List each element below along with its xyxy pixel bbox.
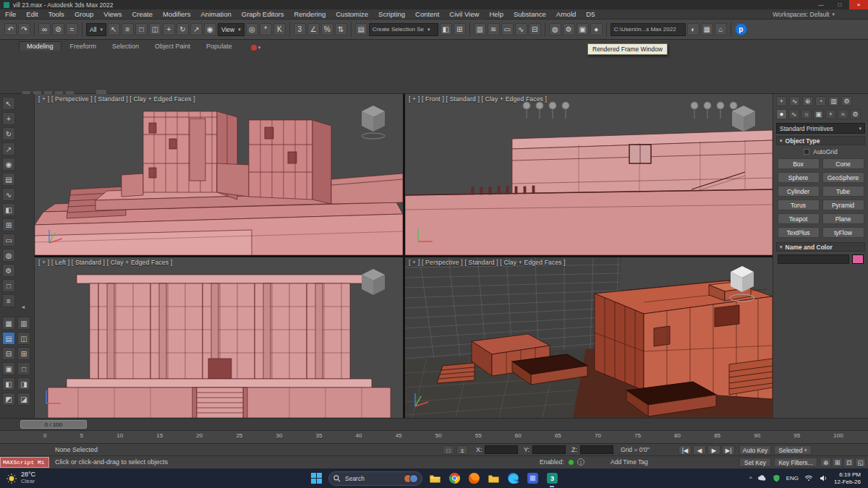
select-and-link-icon[interactable]: ∞ [38, 23, 51, 35]
shield-tray-icon[interactable] [772, 474, 781, 483]
close-button[interactable]: × [849, 0, 868, 9]
z-coordinate-field[interactable] [580, 445, 613, 454]
object-color-swatch[interactable] [852, 254, 864, 264]
angle-snap-icon[interactable]: ∠ [307, 23, 320, 35]
select-object-icon[interactable]: ↖ [108, 23, 120, 35]
goto-end-icon[interactable]: ▶| [722, 445, 735, 455]
minimize-button[interactable]: — [812, 0, 830, 9]
zoom-extents-icon[interactable]: ⊡ [843, 458, 854, 467]
bind-to-space-warp-icon[interactable]: ≈ [66, 23, 78, 35]
left-toolbar-icon[interactable]: ▤ [2, 173, 15, 186]
menu-tools[interactable]: Tools [43, 9, 69, 20]
create-tab-icon[interactable]: + [776, 96, 787, 106]
select-and-manipulate-icon[interactable]: * [260, 23, 272, 35]
tyflow-button[interactable]: tyFlow [822, 227, 864, 238]
track-bar[interactable]: 0 5 10 15 20 25 30 35 40 45 50 55 60 65 … [0, 430, 868, 443]
name-and-color-rollout[interactable]: ▾Name and Color [776, 242, 865, 252]
play-icon[interactable]: ▶ [707, 445, 720, 455]
ribbon-tab-populate[interactable]: Populate [199, 42, 239, 51]
viewport-left[interactable]: [ + ] [ Left ] [ Standard ] [ Clay + Edg… [35, 257, 403, 418]
3dsmax-taskbar-icon[interactable]: 3 [545, 471, 559, 486]
info-icon[interactable]: i [577, 458, 584, 466]
cloud-tray-icon[interactable] [757, 474, 767, 483]
left-toolbar-icon[interactable]: ∿ [2, 188, 15, 201]
motion-tab-icon[interactable]: ◔ [815, 96, 826, 106]
left-toolbar-icon[interactable]: ↻ [2, 127, 15, 140]
menu-arnold[interactable]: Arnold [551, 9, 581, 20]
edit-named-selection-sets-icon[interactable]: ▤ [355, 23, 367, 35]
start-button[interactable] [309, 471, 323, 486]
tray-chevron-icon[interactable]: ^ [749, 475, 752, 481]
left-toolbar-icon[interactable]: ◉ [2, 158, 15, 171]
selection-filter-dropdown[interactable]: All▾ [86, 23, 106, 36]
ribbon-tab-selection[interactable]: Selection [105, 42, 146, 51]
add-time-tag[interactable]: Add Time Tag [610, 458, 648, 466]
left-toolbar-icon[interactable]: ⚙ [2, 264, 15, 277]
file-explorer-icon[interactable] [427, 471, 442, 486]
zoom-all-icon[interactable]: ⊞ [832, 458, 843, 467]
hierarchy-tab-icon[interactable]: ⊕ [802, 96, 813, 106]
display-tab-icon[interactable]: ▥ [828, 96, 839, 106]
weather-widget[interactable]: 28°CClear [0, 471, 35, 485]
ribbon-tab-modeling[interactable]: Modeling [19, 41, 61, 51]
box-button[interactable]: Box [778, 158, 820, 169]
torus-button[interactable]: Torus [778, 200, 820, 210]
menu-modifiers[interactable]: Modifiers [158, 9, 196, 20]
firefox-icon[interactable] [467, 471, 481, 486]
select-and-rotate-icon[interactable]: ↻ [176, 23, 189, 35]
key-filters-button[interactable]: Key Filters... [774, 458, 817, 467]
rectangular-selection-region-icon[interactable]: □ [135, 23, 148, 35]
search-input[interactable]: Search [328, 471, 422, 486]
left-toolbar-icon[interactable]: ≡ [2, 294, 15, 307]
selection-set-dropdown[interactable]: Selected ▾ [774, 445, 812, 455]
render-iterative-icon[interactable]: ◐ [687, 23, 699, 35]
tube-button[interactable]: Tube [822, 186, 864, 197]
viewport-layout-tab[interactable]: ▦ [2, 317, 15, 330]
viewport-layout-tab[interactable]: ◪ [17, 393, 30, 406]
menu-views[interactable]: Views [98, 9, 127, 20]
left-toolbar-icon[interactable]: □ [2, 279, 15, 292]
viewport-layout-tab[interactable]: □ [17, 362, 30, 375]
offset-mode-icon[interactable]: ± [456, 445, 468, 455]
schematic-view-icon[interactable]: ⊟ [529, 23, 541, 35]
spinner-snap-icon[interactable]: ⇅ [335, 23, 347, 35]
use-pivot-center-icon[interactable]: ◎ [246, 23, 258, 35]
helpers-category-icon[interactable]: + [825, 109, 836, 119]
menu-help[interactable]: Help [484, 9, 509, 20]
ribbon-record-icon[interactable] [251, 45, 257, 51]
lights-category-icon[interactable]: ☼ [801, 109, 812, 119]
plane-button[interactable]: Plane [822, 213, 864, 224]
shapes-category-icon[interactable]: ∿ [788, 109, 799, 119]
ribbon-tab-freeform[interactable]: Freeform [63, 42, 104, 51]
cylinder-button[interactable]: Cylinder [778, 186, 820, 197]
checkbox-icon[interactable] [804, 149, 809, 155]
chrome-icon[interactable] [447, 471, 461, 486]
volume-icon[interactable] [819, 474, 829, 483]
textplus-button[interactable]: TextPlus [778, 227, 820, 238]
maximize-button[interactable]: □ [830, 0, 849, 9]
sphere-button[interactable]: Sphere [778, 172, 820, 183]
viewport-layout-tab[interactable]: ⊞ [17, 347, 30, 360]
cameras-category-icon[interactable]: ▣ [813, 109, 824, 119]
x-coordinate-field[interactable] [485, 445, 518, 454]
snaps-toggle-icon[interactable]: 3 [294, 23, 306, 35]
ribbon-tab-object-paint[interactable]: Object Paint [148, 42, 197, 51]
left-toolbar-icon[interactable]: ↗ [2, 142, 15, 155]
menu-file[interactable]: File [0, 9, 21, 20]
teapot-button[interactable]: Teapot [778, 213, 820, 224]
time-slider[interactable]: 0 / 100 [20, 420, 87, 429]
curve-editor-icon[interactable]: ∿ [515, 23, 527, 35]
select-and-scale-icon[interactable]: ↗ [190, 23, 203, 35]
menu-d5[interactable]: D5 [581, 9, 600, 20]
left-toolbar-icon[interactable]: ◍ [2, 249, 15, 262]
keyboard-override-icon[interactable]: K [273, 23, 286, 35]
clock[interactable]: 6:19 PM12-Feb-26 [834, 471, 861, 486]
viewport-label[interactable]: [ + ] [ Left ] [ Standard ] [ Clay + Edg… [38, 259, 172, 266]
y-coordinate-field[interactable] [532, 445, 566, 454]
material-editor-icon[interactable]: ◍ [549, 23, 561, 35]
set-key-button[interactable]: Set Key [739, 458, 771, 467]
zoom-icon[interactable]: ⊕ [820, 458, 831, 467]
toggle-ribbon-icon[interactable]: ▭ [501, 23, 514, 35]
rendered-frame-window-icon[interactable]: ▣ [576, 23, 589, 35]
edge-icon[interactable] [506, 471, 520, 486]
